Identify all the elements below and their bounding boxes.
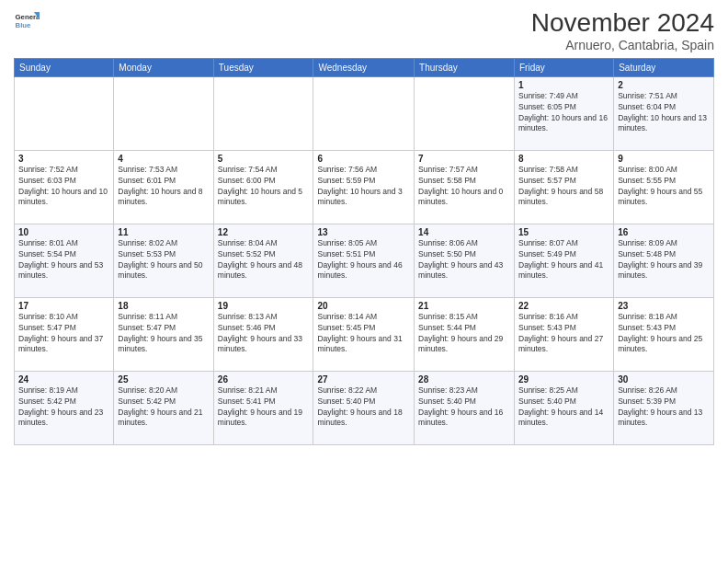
day-info: Sunrise: 8:07 AMSunset: 5:49 PMDaylight:… (518, 238, 609, 282)
day-info: Sunrise: 8:15 AMSunset: 5:44 PMDaylight:… (418, 312, 510, 356)
calendar-header-row: Sunday Monday Tuesday Wednesday Thursday… (15, 58, 714, 76)
calendar-table: Sunday Monday Tuesday Wednesday Thursday… (14, 58, 714, 445)
day-info: Sunrise: 8:23 AMSunset: 5:40 PMDaylight:… (418, 385, 510, 430)
month-title: November 2024 (531, 9, 714, 38)
table-row: 10Sunrise: 8:01 AMSunset: 5:54 PMDayligh… (15, 224, 114, 297)
calendar-week-row: 24Sunrise: 8:19 AMSunset: 5:42 PMDayligh… (15, 371, 714, 444)
day-info: Sunrise: 8:10 AMSunset: 5:47 PMDaylight:… (18, 312, 109, 356)
day-number: 24 (18, 374, 109, 385)
table-row: 1Sunrise: 7:49 AMSunset: 6:05 PMDaylight… (515, 76, 614, 150)
col-friday: Friday (515, 58, 614, 76)
day-number: 28 (418, 374, 510, 385)
day-info: Sunrise: 8:14 AMSunset: 5:45 PMDaylight:… (317, 312, 410, 356)
col-wednesday: Wednesday (313, 58, 415, 76)
table-row: 14Sunrise: 8:06 AMSunset: 5:50 PMDayligh… (415, 224, 515, 297)
day-info: Sunrise: 7:52 AMSunset: 6:03 PMDaylight:… (18, 165, 109, 209)
calendar-week-row: 10Sunrise: 8:01 AMSunset: 5:54 PMDayligh… (15, 224, 714, 297)
day-info: Sunrise: 8:05 AMSunset: 5:51 PMDaylight:… (317, 238, 410, 282)
calendar-week-row: 3Sunrise: 7:52 AMSunset: 6:03 PMDaylight… (15, 150, 714, 224)
day-number: 13 (317, 227, 410, 237)
table-row: 17Sunrise: 8:10 AMSunset: 5:47 PMDayligh… (15, 297, 114, 371)
table-row: 5Sunrise: 7:54 AMSunset: 6:00 PMDaylight… (213, 150, 313, 224)
day-number: 3 (18, 154, 109, 164)
table-row (213, 76, 313, 150)
table-row: 2Sunrise: 7:51 AMSunset: 6:04 PMDaylight… (614, 76, 714, 150)
table-row (415, 76, 515, 150)
day-info: Sunrise: 8:11 AMSunset: 5:47 PMDaylight:… (118, 312, 209, 356)
day-number: 5 (218, 154, 310, 164)
col-thursday: Thursday (415, 58, 515, 76)
day-info: Sunrise: 8:01 AMSunset: 5:54 PMDaylight:… (18, 238, 109, 282)
day-number: 2 (618, 80, 710, 90)
table-row (313, 76, 415, 150)
day-number: 7 (418, 154, 510, 164)
day-number: 15 (518, 227, 609, 237)
table-row: 25Sunrise: 8:20 AMSunset: 5:42 PMDayligh… (114, 371, 213, 444)
day-number: 8 (518, 154, 609, 164)
svg-text:Blue: Blue (16, 21, 32, 29)
table-row: 26Sunrise: 8:21 AMSunset: 5:41 PMDayligh… (213, 371, 313, 444)
table-row: 15Sunrise: 8:07 AMSunset: 5:49 PMDayligh… (515, 224, 614, 297)
table-row: 11Sunrise: 8:02 AMSunset: 5:53 PMDayligh… (114, 224, 213, 297)
day-info: Sunrise: 8:06 AMSunset: 5:50 PMDaylight:… (418, 238, 510, 282)
table-row: 30Sunrise: 8:26 AMSunset: 5:39 PMDayligh… (614, 371, 714, 444)
col-sunday: Sunday (15, 58, 114, 76)
day-number: 22 (518, 301, 609, 311)
day-number: 6 (317, 154, 410, 164)
table-row: 9Sunrise: 8:00 AMSunset: 5:55 PMDaylight… (614, 150, 714, 224)
day-number: 1 (518, 80, 609, 90)
table-row: 7Sunrise: 7:57 AMSunset: 5:58 PMDaylight… (415, 150, 515, 224)
day-info: Sunrise: 8:09 AMSunset: 5:48 PMDaylight:… (618, 238, 710, 282)
title-block: November 2024 Arnuero, Cantabria, Spain (531, 9, 714, 52)
day-info: Sunrise: 8:20 AMSunset: 5:42 PMDaylight:… (118, 385, 209, 430)
day-info: Sunrise: 8:04 AMSunset: 5:52 PMDaylight:… (218, 238, 310, 282)
table-row: 27Sunrise: 8:22 AMSunset: 5:40 PMDayligh… (313, 371, 415, 444)
table-row: 20Sunrise: 8:14 AMSunset: 5:45 PMDayligh… (313, 297, 415, 371)
day-number: 21 (418, 301, 510, 311)
table-row: 16Sunrise: 8:09 AMSunset: 5:48 PMDayligh… (614, 224, 714, 297)
day-number: 11 (118, 227, 209, 237)
day-number: 10 (18, 227, 109, 237)
col-tuesday: Tuesday (213, 58, 313, 76)
calendar-week-row: 17Sunrise: 8:10 AMSunset: 5:47 PMDayligh… (15, 297, 714, 371)
table-row: 19Sunrise: 8:13 AMSunset: 5:46 PMDayligh… (213, 297, 313, 371)
col-saturday: Saturday (614, 58, 714, 76)
location-subtitle: Arnuero, Cantabria, Spain (531, 38, 714, 52)
day-info: Sunrise: 8:21 AMSunset: 5:41 PMDaylight:… (218, 385, 310, 430)
day-number: 20 (317, 301, 410, 311)
table-row: 23Sunrise: 8:18 AMSunset: 5:43 PMDayligh… (614, 297, 714, 371)
table-row: 6Sunrise: 7:56 AMSunset: 5:59 PMDaylight… (313, 150, 415, 224)
day-number: 4 (118, 154, 209, 164)
day-number: 17 (18, 301, 109, 311)
table-row: 8Sunrise: 7:58 AMSunset: 5:57 PMDaylight… (515, 150, 614, 224)
day-number: 18 (118, 301, 209, 311)
day-info: Sunrise: 7:49 AMSunset: 6:05 PMDaylight:… (518, 91, 609, 135)
day-info: Sunrise: 8:16 AMSunset: 5:43 PMDaylight:… (518, 312, 609, 356)
table-row: 3Sunrise: 7:52 AMSunset: 6:03 PMDaylight… (15, 150, 114, 224)
table-row: 12Sunrise: 8:04 AMSunset: 5:52 PMDayligh… (213, 224, 313, 297)
day-info: Sunrise: 7:53 AMSunset: 6:01 PMDaylight:… (118, 165, 209, 209)
day-info: Sunrise: 8:13 AMSunset: 5:46 PMDaylight:… (218, 312, 310, 356)
day-info: Sunrise: 7:51 AMSunset: 6:04 PMDaylight:… (618, 91, 710, 135)
table-row: 13Sunrise: 8:05 AMSunset: 5:51 PMDayligh… (313, 224, 415, 297)
calendar-week-row: 1Sunrise: 7:49 AMSunset: 6:05 PMDaylight… (15, 76, 714, 150)
day-number: 29 (518, 374, 609, 385)
day-info: Sunrise: 7:56 AMSunset: 5:59 PMDaylight:… (317, 165, 410, 209)
day-info: Sunrise: 8:22 AMSunset: 5:40 PMDaylight:… (317, 385, 410, 430)
day-number: 27 (317, 374, 410, 385)
day-info: Sunrise: 8:18 AMSunset: 5:43 PMDaylight:… (618, 312, 710, 356)
table-row: 22Sunrise: 8:16 AMSunset: 5:43 PMDayligh… (515, 297, 614, 371)
table-row: 21Sunrise: 8:15 AMSunset: 5:44 PMDayligh… (415, 297, 515, 371)
day-number: 23 (618, 301, 710, 311)
day-number: 26 (218, 374, 310, 385)
day-info: Sunrise: 8:25 AMSunset: 5:40 PMDaylight:… (518, 385, 609, 430)
table-row: 28Sunrise: 8:23 AMSunset: 5:40 PMDayligh… (415, 371, 515, 444)
day-number: 9 (618, 154, 710, 164)
logo-icon: General Blue (14, 9, 40, 35)
day-info: Sunrise: 8:02 AMSunset: 5:53 PMDaylight:… (118, 238, 209, 282)
table-row: 18Sunrise: 8:11 AMSunset: 5:47 PMDayligh… (114, 297, 213, 371)
day-number: 30 (618, 374, 710, 385)
table-row: 29Sunrise: 8:25 AMSunset: 5:40 PMDayligh… (515, 371, 614, 444)
table-row: 24Sunrise: 8:19 AMSunset: 5:42 PMDayligh… (15, 371, 114, 444)
day-info: Sunrise: 8:26 AMSunset: 5:39 PMDaylight:… (618, 385, 710, 430)
